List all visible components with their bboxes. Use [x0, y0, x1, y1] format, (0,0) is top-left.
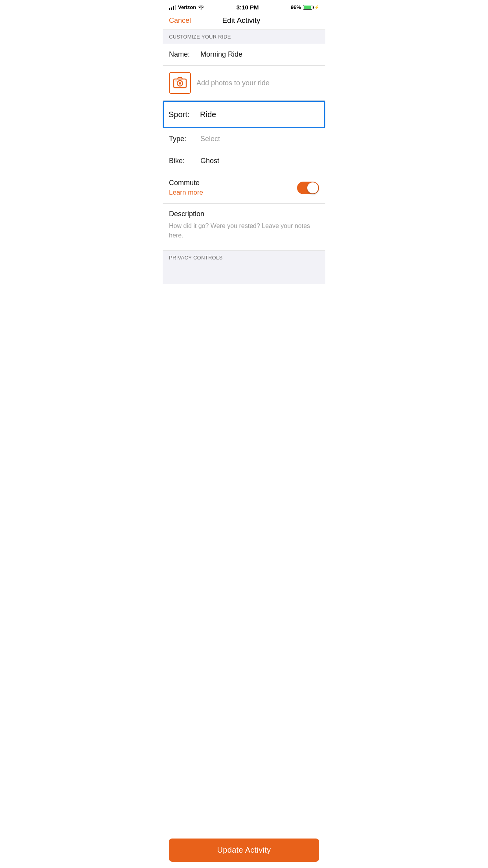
wifi-icon — [198, 4, 204, 11]
toggle-thumb — [307, 182, 318, 193]
battery-percent: 96% — [291, 4, 301, 10]
cancel-button[interactable]: Cancel — [169, 17, 191, 25]
battery-fill — [304, 6, 311, 9]
page-title: Edit Activity — [222, 16, 260, 25]
description-placeholder: How did it go? Were you rested? Leave yo… — [169, 221, 319, 240]
svg-point-2 — [179, 82, 181, 85]
commute-row: Commute Learn more — [163, 172, 325, 204]
bike-label: Bike: — [169, 157, 200, 165]
commute-toggle[interactable] — [297, 182, 319, 194]
learn-more-link[interactable]: Learn more — [169, 189, 203, 196]
privacy-controls-area — [163, 265, 325, 284]
bike-value: Ghost — [200, 157, 319, 165]
description-row[interactable]: Description How did it go? Were you rest… — [163, 204, 325, 251]
photo-icon-box — [169, 72, 191, 94]
photo-row[interactable]: Add photos to your ride — [163, 66, 325, 101]
customize-section-header: CUSTOMIZE YOUR RIDE — [163, 30, 325, 44]
commute-label: Commute — [169, 179, 297, 187]
content-area: CUSTOMIZE YOUR RIDE Name: Morning Ride A… — [163, 30, 325, 316]
status-right: 96% ⚡ — [291, 4, 319, 10]
type-row[interactable]: Type: Select — [163, 128, 325, 150]
privacy-section-header: PRIVACY CONTROLS — [163, 251, 325, 265]
sport-label: Sport: — [169, 110, 200, 119]
battery-icon — [303, 5, 312, 10]
photo-placeholder: Add photos to your ride — [196, 79, 270, 87]
type-label: Type: — [169, 135, 200, 143]
signal-bars-icon — [169, 5, 176, 10]
photo-icon — [173, 77, 187, 89]
type-value: Select — [200, 135, 319, 143]
status-time: 3:10 PM — [237, 4, 259, 11]
status-bar: Verizon 3:10 PM 96% ⚡ — [163, 0, 325, 13]
name-row: Name: Morning Ride — [163, 44, 325, 66]
nav-bar: Cancel Edit Activity — [163, 13, 325, 30]
sport-row[interactable]: Sport: Ride — [163, 101, 325, 128]
bike-row[interactable]: Bike: Ghost — [163, 150, 325, 172]
status-left: Verizon — [169, 4, 204, 11]
sport-value: Ride — [200, 110, 319, 119]
commute-content: Commute Learn more — [169, 179, 297, 197]
bolt-icon: ⚡ — [314, 5, 319, 9]
carrier-name: Verizon — [178, 4, 196, 10]
name-label: Name: — [169, 50, 200, 59]
name-value[interactable]: Morning Ride — [200, 50, 319, 59]
description-title: Description — [169, 210, 319, 218]
